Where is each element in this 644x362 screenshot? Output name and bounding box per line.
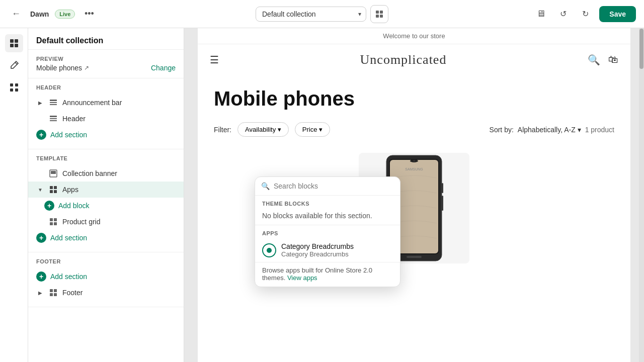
- template-section-group: TEMPLATE ▶ Collection banner ▼ Apps + Ad…: [28, 149, 184, 252]
- redo-button[interactable]: ↻: [577, 6, 593, 22]
- footer-section-group: FOOTER + Add section ▶ Footer: [28, 252, 184, 307]
- svg-point-32: [413, 160, 415, 162]
- collection-select[interactable]: Default collection All products Frontpag…: [256, 7, 366, 22]
- change-preview-link[interactable]: Change: [151, 64, 176, 72]
- add-block-icon: +: [44, 201, 54, 211]
- footer-section-label: FOOTER: [28, 258, 184, 268]
- header-icon: [48, 114, 58, 124]
- preview-row: Mobile phones ↗ Change: [36, 64, 176, 72]
- sidebar-item-product-grid[interactable]: ▶ Product grid: [28, 214, 184, 230]
- undo-button[interactable]: ↺: [555, 6, 571, 22]
- preview-device: Mobile phones ↗: [36, 64, 89, 72]
- save-button[interactable]: Save: [599, 6, 636, 22]
- svg-rect-7: [15, 88, 18, 92]
- filter-left: Filter: Availability ▾ Price ▾: [214, 122, 330, 137]
- preview-area: Welcome to our store ☰ Uncomplicated 🔍 🛍…: [184, 28, 644, 362]
- topbar-left: ← Dawn Live •••: [8, 6, 213, 22]
- svg-rect-22: [50, 222, 53, 225]
- header-section-label: HEADER: [28, 84, 184, 95]
- brush-icon: [9, 60, 19, 70]
- category-breadcrumbs-item[interactable]: Category Breadcrumbs Category Breadcrumb…: [255, 238, 400, 262]
- svg-rect-4: [10, 83, 13, 86]
- svg-rect-11: [50, 116, 57, 117]
- sidebar-item-announcement-bar[interactable]: ▶ Announcement bar: [28, 95, 184, 111]
- svg-rect-12: [50, 118, 57, 119]
- topbar-center: Default collection All products Frontpag…: [219, 5, 425, 23]
- svg-rect-24: [50, 289, 53, 292]
- store-brand: Uncomplicated: [360, 52, 447, 67]
- view-apps-link[interactable]: View apps: [287, 274, 317, 282]
- add-block-button[interactable]: + Add block: [28, 198, 184, 214]
- footer-label: Footer: [62, 289, 176, 297]
- svg-rect-15: [51, 171, 56, 174]
- svg-text:SAMSUNG: SAMSUNG: [405, 167, 423, 171]
- template-add-section-button[interactable]: + Add section: [28, 230, 184, 246]
- left-panel: Default collection PREVIEW Mobile phones…: [28, 28, 184, 362]
- announcement-bar-icon: [48, 98, 58, 108]
- apps-icon: [48, 185, 58, 195]
- more-button[interactable]: •••: [81, 6, 97, 22]
- sidebar-item-footer[interactable]: ▶ Footer: [28, 285, 184, 301]
- svg-rect-5: [15, 83, 18, 86]
- breadcrumbs-item-text: Category Breadcrumbs Category Breadcrumb…: [281, 242, 393, 258]
- store-welcome-bar: Welcome to our store: [198, 28, 630, 44]
- svg-rect-26: [50, 293, 53, 296]
- sidebar-item-collection-banner[interactable]: ▶ Collection banner: [28, 165, 184, 182]
- back-button[interactable]: ←: [8, 6, 24, 22]
- svg-rect-21: [54, 218, 57, 221]
- svg-rect-6: [10, 88, 13, 92]
- sort-right: Sort by: Alphabetically, A-Z ▾ 1 product: [490, 126, 614, 134]
- svg-rect-25: [54, 289, 57, 292]
- product-count: 1 product: [585, 126, 614, 134]
- icon-sidebar: [0, 28, 28, 362]
- apps-section-title: APPS: [255, 225, 400, 238]
- store-nav: ☰ Uncomplicated 🔍 🛍: [198, 44, 630, 75]
- hamburger-icon[interactable]: ☰: [210, 54, 219, 66]
- preview-section: PREVIEW Mobile phones ↗ Change: [28, 50, 184, 78]
- external-link-icon: ↗: [84, 64, 89, 71]
- svg-rect-2: [10, 44, 14, 47]
- sort-by-label: Sort by:: [490, 126, 514, 134]
- sidebar-item-header[interactable]: ▶ Header: [28, 111, 184, 127]
- price-filter-button[interactable]: Price ▾: [295, 122, 330, 137]
- svg-rect-18: [50, 190, 53, 193]
- svg-rect-20: [50, 218, 53, 221]
- availability-filter-button[interactable]: Availability ▾: [237, 122, 289, 137]
- svg-rect-33: [407, 256, 422, 258]
- scrollbar[interactable]: [639, 28, 644, 362]
- sidebar-item-apps[interactable]: ▼ Apps: [28, 182, 184, 198]
- dropdown-footer: Browse apps built for Online Store 2.0 t…: [255, 262, 400, 287]
- svg-rect-16: [50, 186, 53, 189]
- search-blocks-input[interactable]: [274, 182, 394, 190]
- block-search-row: 🔍: [255, 177, 400, 196]
- search-icon-popup: 🔍: [261, 182, 270, 190]
- search-icon[interactable]: 🔍: [588, 54, 600, 66]
- filter-label: Filter:: [214, 126, 231, 134]
- sort-select-button[interactable]: Alphabetically, A-Z ▾: [518, 126, 581, 134]
- svg-rect-3: [15, 44, 18, 47]
- footer-add-section-button[interactable]: + Add section: [28, 268, 184, 285]
- header-add-section-button[interactable]: + Add section: [28, 127, 184, 143]
- desktop-view-button[interactable]: 🖥: [533, 6, 549, 22]
- sections-nav-button[interactable]: [5, 34, 23, 52]
- main-layout: Default collection PREVIEW Mobile phones…: [0, 28, 644, 362]
- svg-rect-1: [15, 39, 18, 43]
- caret-footer-icon: ▶: [36, 290, 44, 296]
- theme-nav-button[interactable]: [5, 56, 23, 74]
- svg-rect-13: [50, 120, 57, 121]
- sections-icon: [9, 38, 19, 48]
- add-section-icon: +: [36, 130, 46, 140]
- cart-icon[interactable]: 🛍: [608, 54, 618, 66]
- svg-rect-9: [50, 102, 57, 103]
- breadcrumbs-app-icon: [262, 243, 276, 257]
- header-label: Header: [62, 115, 176, 123]
- svg-rect-36: [442, 196, 443, 211]
- svg-rect-23: [54, 222, 57, 225]
- grid-view-button[interactable]: [370, 5, 388, 23]
- svg-rect-8: [50, 100, 57, 101]
- apps-nav-button[interactable]: [5, 78, 23, 97]
- live-badge: Live: [55, 10, 75, 19]
- svg-rect-17: [54, 186, 57, 189]
- apps-nav-icon: [9, 82, 19, 93]
- breadcrumbs-item-name: Category Breadcrumbs: [281, 242, 393, 250]
